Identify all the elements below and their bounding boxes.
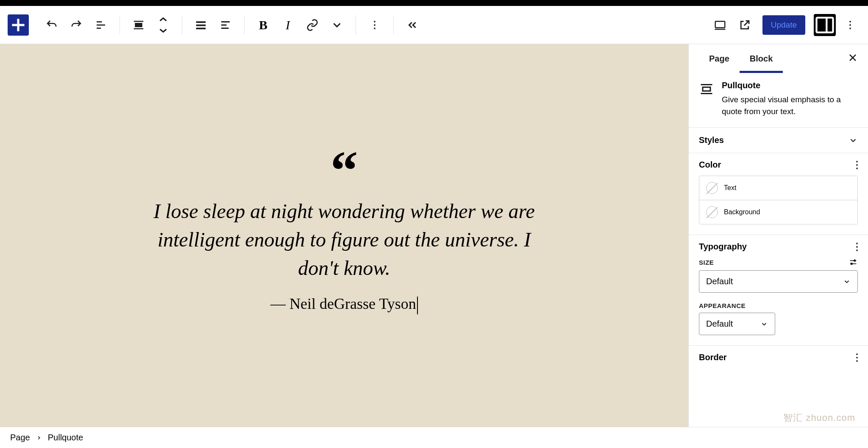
- svg-rect-10: [196, 28, 206, 29]
- settings-sidebar-toggle[interactable]: [814, 14, 836, 36]
- document-overview-button[interactable]: [91, 15, 111, 35]
- svg-rect-14: [715, 21, 725, 28]
- editor-canvas[interactable]: “ I lose sleep at night wondering whethe…: [0, 44, 688, 427]
- color-section: Color Text Background: [689, 153, 868, 235]
- typography-options-button[interactable]: [856, 243, 858, 251]
- block-name: Pullquote: [722, 81, 858, 90]
- chevron-down-icon: [849, 136, 858, 145]
- breadcrumb-root[interactable]: Page: [10, 433, 30, 442]
- quote-citation[interactable]: Neil deGrasse Tyson: [270, 295, 418, 314]
- background-color-button[interactable]: Background: [699, 200, 857, 224]
- tab-page[interactable]: Page: [699, 44, 740, 73]
- view-button[interactable]: [710, 15, 730, 35]
- quote-mark-icon: “: [141, 157, 548, 184]
- border-section-title: Border: [699, 353, 727, 362]
- add-block-button[interactable]: [8, 14, 29, 36]
- top-toolbar: B I Update: [0, 6, 868, 44]
- more-richtext-button[interactable]: [327, 15, 347, 35]
- svg-rect-9: [196, 24, 206, 26]
- typography-section-title: Typography: [699, 242, 747, 252]
- breadcrumb-current[interactable]: Pullquote: [48, 433, 83, 442]
- italic-button[interactable]: I: [278, 15, 298, 35]
- window-chrome: [0, 0, 868, 6]
- svg-rect-6: [136, 23, 142, 27]
- font-size-select[interactable]: Default: [699, 270, 858, 293]
- pullquote-block[interactable]: “ I lose sleep at night wondering whethe…: [132, 148, 556, 323]
- update-button[interactable]: Update: [762, 15, 805, 35]
- undo-button[interactable]: [42, 15, 62, 35]
- kebab-icon: [849, 21, 851, 29]
- separator: [393, 15, 394, 35]
- border-options-button[interactable]: [856, 353, 858, 362]
- color-section-title: Color: [699, 160, 721, 170]
- quote-text[interactable]: I lose sleep at night wondering whether …: [141, 197, 548, 283]
- link-button[interactable]: [302, 15, 323, 35]
- empty-swatch-icon: [706, 182, 718, 194]
- styles-panel-toggle[interactable]: Styles: [689, 128, 868, 153]
- pullquote-icon: [699, 81, 714, 97]
- appearance-select[interactable]: Default: [699, 313, 775, 335]
- separator: [182, 15, 182, 35]
- block-options-button[interactable]: [364, 15, 385, 35]
- align-left-button[interactable]: [215, 15, 236, 35]
- more-options-button[interactable]: [840, 15, 860, 35]
- settings-sidebar: Page Block Pullquote Give special visual…: [688, 44, 868, 427]
- align-full-button[interactable]: [191, 15, 211, 35]
- separator: [120, 15, 120, 35]
- text-color-button[interactable]: Text: [699, 176, 857, 200]
- svg-rect-8: [196, 21, 206, 23]
- chevron-right-icon: [36, 435, 42, 441]
- close-sidebar-button[interactable]: [848, 53, 858, 64]
- block-align-button[interactable]: [128, 15, 149, 35]
- svg-point-24: [854, 260, 856, 262]
- text-caret: [417, 297, 418, 314]
- redo-button[interactable]: [66, 15, 86, 35]
- appearance-label: APPEARANCE: [699, 302, 746, 309]
- bold-button[interactable]: B: [253, 15, 273, 35]
- color-options-button[interactable]: [856, 161, 858, 169]
- chevron-down-icon: [760, 320, 768, 328]
- tab-block[interactable]: Block: [740, 44, 783, 73]
- block-info: Pullquote Give special visual emphasis t…: [689, 73, 868, 128]
- sliders-icon[interactable]: [849, 258, 858, 267]
- separator: [244, 15, 245, 35]
- svg-point-26: [851, 263, 853, 265]
- move-up-down-button[interactable]: [153, 15, 173, 35]
- size-label: SIZE: [699, 259, 714, 266]
- sidebar-tabs: Page Block: [689, 44, 868, 73]
- block-description: Give special visual emphasis to a quote …: [722, 94, 858, 117]
- separator: [356, 15, 356, 35]
- breadcrumb: Page Pullquote: [0, 427, 868, 448]
- watermark: 智汇 zhuon.com: [783, 412, 855, 424]
- preview-button[interactable]: [734, 15, 755, 35]
- chevron-down-icon: [843, 278, 851, 286]
- svg-rect-21: [703, 87, 710, 91]
- border-section: Border: [689, 346, 868, 372]
- svg-rect-16: [817, 17, 833, 32]
- typography-section: Typography SIZE Default APPEARANCE Defau…: [689, 235, 868, 346]
- empty-swatch-icon: [706, 206, 718, 218]
- kebab-icon: [374, 21, 376, 29]
- collapse-toolbar-button[interactable]: [402, 15, 423, 35]
